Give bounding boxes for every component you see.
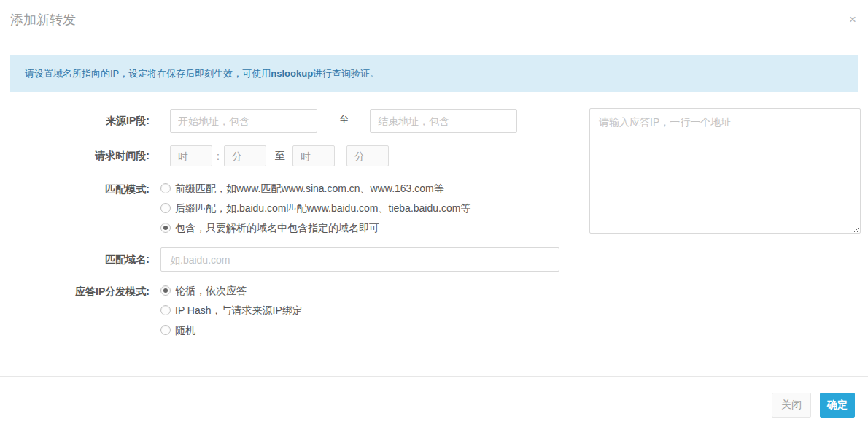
radio-icon[interactable] [160,203,171,213]
match-mode-option-prefix[interactable]: 前缀匹配，如www.匹配www.sina.com.cn、www.163.com等 [160,183,470,193]
info-banner-text-after: 进行查询验证。 [313,68,379,79]
end-hour-input[interactable] [292,145,335,166]
dispatch-mode-options: 轮循，依次应答 IP Hash，与请求来源IP绑定 随机 [160,285,303,335]
dispatch-mode-label: 应答IP分发模式: [0,285,150,299]
dispatch-mode-option-label: 轮循，依次应答 [175,285,247,296]
answer-ip-textarea[interactable] [589,108,861,234]
add-forward-dialog: 添加新转发 × 请设置域名所指向的IP，设定将在保存后即刻生效，可使用nsloo… [0,0,868,430]
match-domain-input[interactable] [160,247,559,272]
time-to-label: 至 [275,150,285,163]
radio-icon[interactable] [160,223,171,233]
time-range-inputs: : 至 [170,145,389,166]
dialog-footer: 关闭 确定 [0,376,868,418]
dispatch-mode-option-random[interactable]: 随机 [160,325,303,335]
time-range-label: 请求时间段: [0,145,150,166]
match-mode-options: 前缀匹配，如www.匹配www.sina.com.cn、www.163.com等… [160,183,470,233]
source-ip-to-label: 至 [339,112,349,126]
dispatch-mode-option-label: IP Hash，与请求来源IP绑定 [175,305,303,315]
confirm-button[interactable]: 确定 [820,393,855,418]
dispatch-mode-option-label: 随机 [175,325,195,335]
match-mode-option-label: 前缀匹配，如www.匹配www.sina.com.cn、www.163.com等 [175,183,444,193]
start-ip-input[interactable] [170,109,317,133]
radio-icon[interactable] [160,285,171,296]
info-banner-bold: nslookup [271,68,313,79]
start-minute-input[interactable] [224,145,266,166]
end-ip-input[interactable] [370,109,517,133]
end-minute-input[interactable] [346,145,389,166]
match-mode-option-label: 后缀匹配，如.baidu.com匹配www.baidu.com、tieba.ba… [175,203,470,213]
radio-icon[interactable] [160,305,171,315]
close-button[interactable]: 关闭 [772,393,811,418]
match-mode-option-contains[interactable]: 包含，只要解析的域名中包含指定的域名即可 [160,223,470,233]
match-mode-option-label: 包含，只要解析的域名中包含指定的域名即可 [175,223,379,233]
match-mode-label: 匹配模式: [0,183,150,196]
start-hour-input[interactable] [170,145,212,166]
match-mode-option-suffix[interactable]: 后缀匹配，如.baidu.com匹配www.baidu.com、tieba.ba… [160,203,470,213]
dispatch-mode-row: 应答IP分发模式: 轮循，依次应答 IP Hash，与请求来源IP绑定 随机 [0,285,868,335]
dialog-title: 添加新转发 [10,11,76,28]
match-domain-label: 匹配域名: [0,247,150,272]
close-icon[interactable]: × [849,13,856,26]
match-domain-row: 匹配域名: [0,247,868,272]
form-area: 来源IP段: 至 请求时间段: : 至 匹配模式: 前缀匹配，如ww [0,92,868,335]
time-colon: : [217,150,220,162]
dispatch-mode-option-iphash[interactable]: IP Hash，与请求来源IP绑定 [160,305,303,315]
source-ip-label: 来源IP段: [0,109,150,133]
dispatch-mode-option-roundrobin[interactable]: 轮循，依次应答 [160,285,303,296]
radio-icon[interactable] [160,183,171,193]
radio-icon[interactable] [160,325,171,335]
dialog-header: 添加新转发 × [0,0,868,39]
info-banner-text: 请设置域名所指向的IP，设定将在保存后即刻生效，可使用 [25,68,271,79]
info-banner: 请设置域名所指向的IP，设定将在保存后即刻生效，可使用nslookup进行查询验… [10,55,858,92]
